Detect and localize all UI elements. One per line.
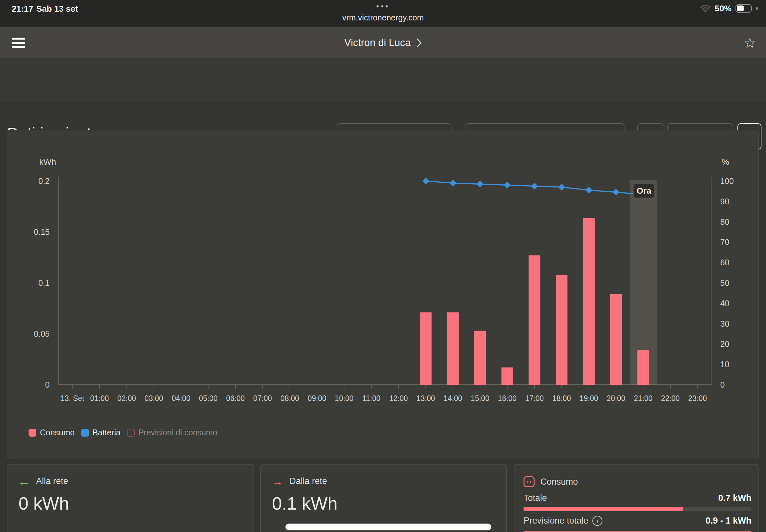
right-axis-tick-label: 20 (720, 339, 729, 348)
to-grid-label: Alla rete (36, 476, 68, 486)
legend-swatch (81, 429, 89, 437)
consumption-bar[interactable] (447, 312, 459, 385)
total-label: Totale (524, 493, 547, 503)
left-axis-tick-label: 0.2 (38, 176, 50, 186)
arrow-left-icon: ← (18, 477, 30, 486)
battery-point[interactable] (558, 184, 565, 190)
battery-point[interactable] (613, 189, 619, 196)
x-axis-label: 08:00 (280, 394, 299, 403)
left-axis-title: kWh (39, 157, 56, 167)
right-axis-tick-label: 60 (720, 258, 729, 267)
outlet-icon (524, 476, 535, 487)
consumption-bar[interactable] (474, 331, 486, 385)
consumption-label: Consumo (541, 477, 578, 487)
from-grid-value: 0.1 kWh (272, 493, 337, 514)
right-axis-tick-label: 40 (720, 299, 729, 308)
page-header: Dati impianto Nascondi previsioni Panora… (0, 58, 766, 103)
legend-swatch (127, 429, 135, 437)
consumption-bar[interactable] (610, 294, 622, 385)
tab-dots-indicator[interactable]: ••• (376, 1, 390, 11)
from-grid-progress-track (285, 524, 492, 530)
consumption-bar[interactable] (529, 255, 541, 385)
right-axis-tick-label: 70 (720, 237, 729, 247)
x-axis-label: 21:00 (634, 394, 653, 403)
x-axis-label: 18:00 (553, 394, 571, 403)
status-right-cluster: 50% (700, 3, 758, 14)
legend-item[interactable]: Previsioni di consumo (127, 428, 217, 437)
consumption-battery-chart: kWh%0.20.150.10.050100908070605040302010… (7, 130, 758, 459)
to-grid-value: 0 kWh (18, 493, 69, 514)
x-axis-label: 11:00 (362, 394, 380, 403)
menu-icon[interactable] (12, 36, 26, 49)
now-badge: Ora (634, 184, 654, 198)
x-axis-label: 19:00 (579, 394, 598, 403)
total-value: 0.7 kWh (718, 493, 751, 503)
consumption-bar[interactable] (502, 368, 513, 385)
app-nav-bar: Victron di Luca ☆ (0, 27, 766, 59)
consumption-bar[interactable] (420, 312, 432, 385)
consumption-bar[interactable] (556, 275, 567, 385)
to-grid-header: ← Alla rete (18, 476, 68, 486)
legend-item[interactable]: Consumo (29, 428, 75, 437)
status-date: Sab 13 set (36, 4, 78, 14)
left-axis-tick-label: 0.15 (34, 227, 50, 236)
chevron-right-icon (416, 38, 422, 48)
chart-panel: kWh%0.20.150.10.050100908070605040302010… (7, 130, 759, 459)
battery-fill (737, 6, 744, 11)
legend-label: Batteria (92, 428, 120, 437)
from-grid-label: Dalla rete (289, 476, 327, 486)
wifi-icon (700, 4, 711, 13)
battery-nub (756, 7, 758, 10)
consumption-bar[interactable] (638, 350, 649, 385)
consumption-bar[interactable] (583, 218, 595, 385)
x-axis-label: 01:00 (90, 394, 109, 403)
battery-point[interactable] (450, 180, 456, 187)
consumption-card: Consumo Totale 0.7 kWh Previsione totale… (514, 464, 759, 532)
favorite-star-icon[interactable]: ☆ (744, 27, 756, 58)
right-axis-title: % (722, 157, 729, 167)
battery-percent-label: 50% (715, 4, 732, 14)
x-axis-label: 14:00 (444, 394, 463, 403)
left-axis-tick-label: 0.05 (34, 329, 50, 338)
forecast-row: Previsione totale i 0.9 - 1 kWh (524, 516, 751, 526)
legend-item[interactable]: Batteria (81, 428, 120, 437)
battery-line (426, 181, 634, 194)
battery-point[interactable] (477, 181, 484, 187)
left-axis-tick-label: 0.1 (38, 278, 50, 287)
x-axis-label: 22:00 (661, 394, 680, 403)
info-icon[interactable]: i (592, 516, 602, 526)
battery-point[interactable] (504, 182, 511, 188)
battery-icon (736, 4, 752, 13)
x-axis-label: 13:00 (417, 394, 435, 403)
right-axis-tick-label: 30 (720, 319, 729, 328)
from-grid-card: → Dalla rete 0.1 kWh (260, 464, 507, 532)
right-axis-tick-label: 90 (720, 197, 729, 206)
from-grid-progress-fill (285, 524, 492, 530)
installation-breadcrumb[interactable]: Victron di Luca (344, 27, 422, 58)
right-axis-tick-label: 0 (720, 380, 725, 389)
x-axis-label: 13. Set (60, 394, 84, 403)
x-axis-label: 05:00 (199, 394, 218, 403)
legend-swatch (29, 429, 36, 437)
x-axis-label: 23:00 (688, 394, 707, 403)
right-axis-tick-label: 100 (720, 176, 734, 186)
left-axis-tick-label: 0 (45, 380, 50, 389)
legend-label: Consumo (40, 428, 75, 437)
consumption-header: Consumo (524, 476, 578, 487)
to-grid-card: ← Alla rete 0 kWh (7, 464, 254, 532)
x-axis-label: 03:00 (144, 394, 163, 403)
status-time: 21:17 (12, 4, 33, 14)
battery-point[interactable] (531, 183, 538, 189)
browser-url[interactable]: vrm.victronenergy.com (342, 13, 424, 22)
installation-name: Victron di Luca (344, 37, 411, 49)
x-axis-label: 17:00 (525, 394, 544, 403)
battery-point[interactable] (422, 177, 429, 184)
chart-legend: ConsumoBatteriaPrevisioni di consumo (29, 428, 217, 437)
right-axis-tick-label: 10 (720, 360, 729, 369)
total-progress-track (524, 507, 751, 511)
forecast-label: Previsione totale (524, 516, 589, 526)
x-axis-label: 12:00 (389, 394, 408, 403)
x-axis-label: 02:00 (117, 394, 136, 403)
legend-label: Previsioni di consumo (138, 428, 217, 437)
battery-point[interactable] (586, 187, 592, 194)
